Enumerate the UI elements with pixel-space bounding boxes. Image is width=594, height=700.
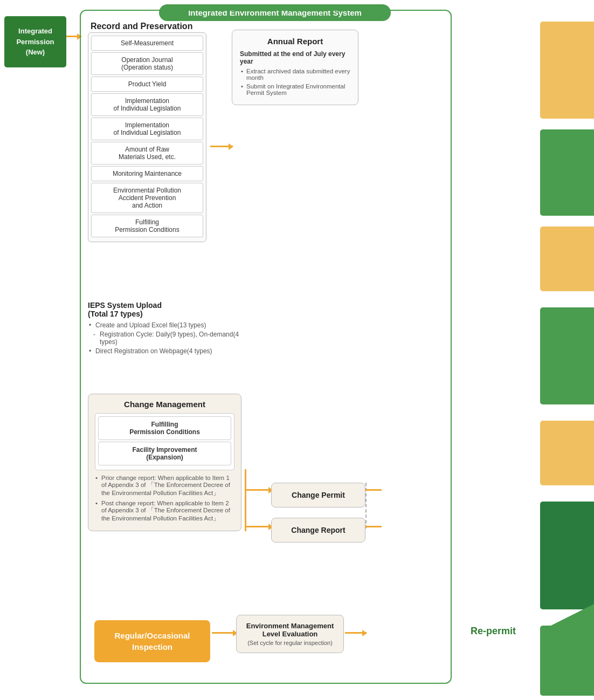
change-report-box: Change Report [271, 518, 365, 543]
record-item-5: Amount of RawMaterials Used, etc. [91, 142, 203, 164]
cm-items-box: FulfillingPermission Conditions Facility… [95, 413, 234, 470]
annual-report-subtitle: Submitted at the end of July every year [240, 50, 350, 65]
record-items-container: Self-Measurement Operation Journal(Opera… [88, 32, 206, 242]
inspection-button-label: Regular/Occasional Inspection [114, 631, 190, 651]
ieps-title: IEPS System Upload(Total 17 types) [88, 301, 241, 318]
permission-line1: Integrated [18, 27, 52, 35]
annual-report-title: Annual Report [240, 37, 350, 46]
permission-line2: Permission [16, 38, 54, 46]
arrow-permission-to-main [66, 36, 81, 37]
change-management-title: Change Management [95, 400, 234, 409]
env-management-container: Environment ManagementLevel Evaluation (… [236, 615, 344, 653]
deco-bar-5 [540, 421, 594, 485]
change-permit-box: Change Permit [271, 483, 365, 507]
deco-triangle [540, 604, 594, 631]
annual-bullet-1: Extract archived data submitted every mo… [240, 68, 350, 81]
record-item-0: Self-Measurement [91, 36, 203, 51]
deco-bar-6 [540, 502, 594, 609]
annual-bullet-2: Submit on Integrated Environmental Permi… [240, 83, 350, 96]
ieps-item-1: Registration Cycle: Daily(9 types), On-d… [88, 331, 241, 346]
record-item-4: Implementationof Individual Legislation [91, 118, 203, 140]
arrow-inspection-to-env [212, 632, 237, 634]
record-item-3: Implementationof Individual Legislation [91, 93, 203, 116]
cm-bullet-1: Post change report: When applicable to I… [95, 500, 234, 523]
deco-bar-1 [540, 22, 594, 119]
cm-bullets: Prior change report: When applicable to … [95, 475, 234, 523]
arrow-record-to-annual [210, 146, 233, 147]
env-mgmt-title: Environment ManagementLevel Evaluation [242, 622, 338, 638]
inspection-button[interactable]: Regular/Occasional Inspection [94, 620, 210, 662]
permission-line3: (New) [26, 48, 45, 56]
cm-bullet-0: Prior change report: When applicable to … [95, 475, 234, 497]
record-item-7: Environmental PollutionAccident Preventi… [91, 183, 203, 213]
arrow-to-change-permit [245, 489, 273, 491]
arrow-env-to-repermit [345, 632, 367, 634]
record-section-title: Record and Preservation [91, 22, 192, 31]
arrow-permit-right [365, 489, 382, 491]
integrated-permission-box: Integrated Permission (New) [4, 16, 66, 67]
deco-bar-4 [540, 307, 594, 404]
deco-bar-2 [540, 129, 594, 216]
diagram-container: Integrated Environment Management System… [0, 0, 594, 700]
deco-bar-3 [540, 227, 594, 291]
annual-report-container: Annual Report Submitted at the end of Ju… [232, 30, 358, 105]
ieps-container: IEPS System Upload(Total 17 types) Creat… [88, 301, 241, 356]
env-mgmt-sub: (Set cycle for regular inspection) [242, 640, 338, 646]
cm-item-1: Facility Improvement(Expansion) [98, 442, 231, 465]
cm-item-0: FulfillingPermission Conditions [98, 416, 231, 440]
ieps-list: Create and Upload Excel file(13 types) R… [88, 321, 241, 355]
ieps-item-0: Create and Upload Excel file(13 types) [88, 321, 241, 329]
change-management-container: Change Management FulfillingPermission C… [88, 394, 241, 531]
record-item-1: Operation Journal(Operation status) [91, 52, 203, 75]
repermit-label: Re-permit [471, 626, 516, 637]
arrow-report-right [365, 526, 382, 527]
record-item-6: Monitoring Maintenance [91, 166, 203, 181]
deco-bar-7 [540, 626, 594, 696]
record-item-2: Product Yield [91, 77, 203, 92]
record-item-8: FulfillingPermission Conditions [91, 215, 203, 237]
ieps-item-2: Direct Registration on Webpage(4 types) [88, 347, 241, 355]
arrow-to-change-report [245, 526, 273, 527]
arrow-fork-vertical [245, 469, 246, 531]
